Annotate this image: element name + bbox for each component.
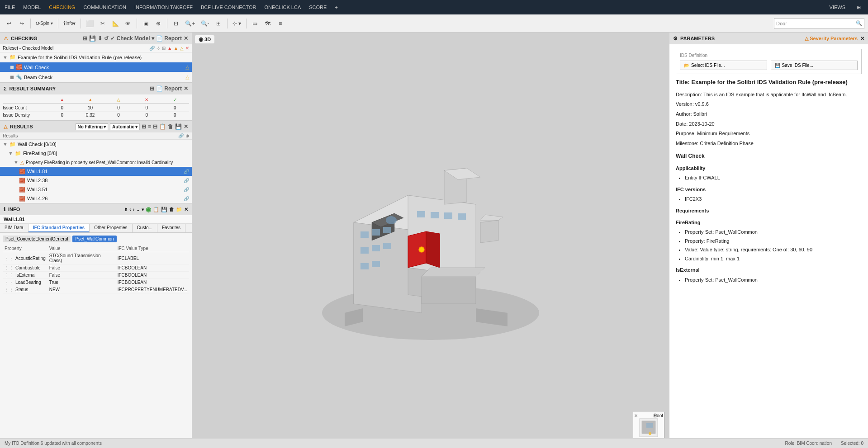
menu-checking[interactable]: CHECKING bbox=[49, 5, 75, 10]
slice-tool[interactable]: ▭ bbox=[250, 17, 261, 30]
tab-custom[interactable]: Custo... bbox=[133, 224, 157, 232]
count-v1: 0 bbox=[48, 105, 76, 110]
result-wall-check[interactable]: ▼ 📁 Wall Check [0/10] bbox=[0, 140, 192, 149]
results-close[interactable]: ✕ bbox=[184, 123, 188, 130]
zoom-out[interactable]: 🔍- bbox=[199, 17, 211, 30]
map-tool[interactable]: 🗺 bbox=[262, 17, 273, 30]
prop-row-loadbearing[interactable]: ⋮⋮LoadBearing True IFCBOOLEAN bbox=[3, 279, 189, 286]
wall-1-81-link[interactable]: 🔗 bbox=[184, 169, 189, 174]
svg-rect-12 bbox=[360, 231, 369, 238]
grid-icon[interactable]: ⊞ bbox=[162, 46, 166, 51]
summary-report[interactable]: 📄 Report bbox=[156, 85, 182, 92]
views-icon[interactable]: ⊞ bbox=[854, 2, 863, 12]
rule-row-ids[interactable]: ▼ 📁 Example for the Solibri IDS Validati… bbox=[0, 52, 192, 62]
spin-btn[interactable]: ⟳ Spin ▾ bbox=[34, 17, 55, 30]
search-icon[interactable]: 🔍 bbox=[856, 20, 862, 26]
section-tool[interactable]: ✂ bbox=[97, 17, 108, 30]
select-ids-btn[interactable]: 📂 Select IDS File... bbox=[680, 61, 767, 70]
snap-tool[interactable]: ⊹ ▾ bbox=[231, 17, 243, 30]
menu-communication[interactable]: COMMUNICATION bbox=[83, 5, 126, 10]
info-nav-menu[interactable]: ▾ bbox=[142, 207, 144, 212]
minimap-close[interactable]: ✕ bbox=[634, 413, 638, 418]
rule-row-wall-check[interactable]: ◼ 🧱 Wall Check △ bbox=[0, 62, 192, 72]
menu-information-takeoff[interactable]: INFORMATION TAKEOFF bbox=[134, 5, 193, 10]
checking-refresh[interactable]: ↺ bbox=[104, 35, 109, 42]
wall-2-38-link[interactable]: 🔗 bbox=[184, 178, 189, 183]
info-nav-up-up[interactable]: ⇑ bbox=[124, 207, 128, 212]
results-copy[interactable]: 📋 bbox=[159, 123, 166, 130]
info-delete[interactable]: 🗑 bbox=[169, 207, 174, 212]
info-copy[interactable]: 📋 bbox=[153, 207, 159, 212]
params-close[interactable]: ✕ bbox=[860, 36, 864, 42]
zoom-in[interactable]: 🔍+ bbox=[183, 17, 197, 30]
tab-favorites[interactable]: Favorites bbox=[157, 224, 185, 232]
info-nav-down[interactable]: ⌄ bbox=[136, 207, 140, 212]
menu-file[interactable]: FILE bbox=[5, 5, 15, 10]
checking-expand[interactable]: ⊞ bbox=[83, 35, 87, 42]
zoom-fit[interactable]: ⊡ bbox=[171, 17, 181, 30]
pset-concrete[interactable]: Pset_ConcreteElementGeneral bbox=[3, 236, 71, 242]
summary-export[interactable]: ⊞ bbox=[150, 85, 154, 92]
section-box[interactable]: ▣ bbox=[140, 17, 151, 30]
checking-save[interactable]: 💾 bbox=[89, 35, 96, 42]
results-tool2[interactable]: ≡ bbox=[148, 123, 151, 130]
walk-tool[interactable]: 👁 bbox=[123, 17, 133, 30]
results-delete[interactable]: 🗑 bbox=[168, 123, 173, 130]
filter-btn[interactable]: No Filtering ▾ bbox=[76, 123, 109, 130]
search-input[interactable] bbox=[774, 21, 856, 26]
zoom-window[interactable]: ⊞ bbox=[213, 17, 224, 30]
undo-btn[interactable]: ↩ bbox=[4, 17, 14, 30]
wall-3-51-link[interactable]: 🔗 bbox=[184, 187, 189, 192]
pset-wallcommon[interactable]: Pset_WallCommon bbox=[72, 236, 116, 242]
info-close[interactable]: ✕ bbox=[184, 207, 188, 212]
result-property-warning[interactable]: ▼ △ Property FireRating in property set … bbox=[0, 158, 192, 167]
filter-icon[interactable]: ⊹ bbox=[157, 46, 160, 51]
checking-download[interactable]: ⬇ bbox=[98, 35, 102, 42]
results-tool3[interactable]: ⊟ bbox=[153, 123, 157, 130]
checking-close[interactable]: ✕ bbox=[184, 35, 188, 42]
menu-oneclick[interactable]: ONECLICK LCA bbox=[265, 5, 301, 10]
tab-bim-data[interactable]: BIM Data bbox=[0, 224, 28, 232]
prop-row-acoustic[interactable]: ⋮⋮AcousticRating STC(Sound Transmission … bbox=[3, 252, 189, 264]
info-save2[interactable]: 📁 bbox=[176, 207, 182, 212]
info-nav-prev[interactable]: ‹ bbox=[129, 207, 131, 212]
results-tool1[interactable]: ⊞ bbox=[142, 123, 146, 130]
results-expand-icon[interactable]: ⊕ bbox=[185, 133, 189, 138]
info-save[interactable]: 💾 bbox=[161, 207, 167, 212]
result-wall-4-26[interactable]: 🧱 Wall.4.26 🔗 bbox=[0, 194, 192, 203]
minimap-expand[interactable]: ⊡ bbox=[653, 413, 657, 418]
info-tool1[interactable]: ◉ bbox=[146, 206, 151, 213]
select-tool[interactable]: ⬜ bbox=[84, 17, 95, 30]
results-save[interactable]: 💾 bbox=[175, 123, 182, 130]
pivot-tool[interactable]: ⊕ bbox=[153, 17, 164, 30]
tab-other-props[interactable]: Other Properties bbox=[90, 224, 132, 232]
summary-close[interactable]: ✕ bbox=[184, 85, 188, 92]
info-btn[interactable]: ℹ Info ▾ bbox=[62, 17, 78, 30]
result-wall-3-51[interactable]: 🧱 Wall.3.51 🔗 bbox=[0, 185, 192, 194]
prop-row-status[interactable]: ⋮⋮Status NEW IFCPROPERTYENUMERATEDV... bbox=[3, 286, 189, 293]
measure-tool[interactable]: 📐 bbox=[110, 17, 121, 30]
rule-row-beam-check[interactable]: ◼ 🔩 Beam Check △ bbox=[0, 72, 192, 82]
link-icon[interactable]: 🔗 bbox=[149, 46, 155, 51]
center-3d-view[interactable]: ◉ 3D bbox=[192, 33, 669, 448]
layers-tool[interactable]: ≡ bbox=[275, 17, 286, 30]
prop-row-external[interactable]: ⋮⋮IsExternal False IFCBOOLEAN bbox=[3, 272, 189, 279]
menu-plus[interactable]: + bbox=[335, 5, 337, 10]
save-ids-btn[interactable]: 💾 Save IDS File... bbox=[771, 61, 858, 70]
result-wall-2-38[interactable]: 🧱 Wall.2.38 🔗 bbox=[0, 176, 192, 185]
menu-score[interactable]: SCORE bbox=[309, 5, 327, 10]
menu-bcf[interactable]: BCF LIVE CONNECTOR bbox=[201, 5, 256, 10]
result-fire-rating[interactable]: ▼ 📁 FireRating [0/8] bbox=[0, 149, 192, 158]
results-link-icon[interactable]: 🔗 bbox=[178, 133, 184, 138]
info-nav-next[interactable]: › bbox=[133, 207, 134, 212]
result-wall-1-81[interactable]: 🧱 Wall.1.81 🔗 bbox=[0, 167, 192, 176]
redo-btn[interactable]: ↪ bbox=[16, 17, 27, 30]
check-model-btn[interactable]: ✓ Check Model ▾ bbox=[110, 35, 154, 42]
menu-model[interactable]: MODEL bbox=[23, 5, 41, 10]
automatic-btn[interactable]: Automatic ▾ bbox=[110, 123, 140, 130]
views-label[interactable]: VIEWS bbox=[830, 5, 845, 10]
prop-row-combustible[interactable]: ⋮⋮Combustible False IFCBOOLEAN bbox=[3, 264, 189, 272]
tab-ifc-standard[interactable]: IFC Standard Properties bbox=[28, 224, 90, 232]
wall-4-26-link[interactable]: 🔗 bbox=[184, 196, 189, 201]
checking-report-btn[interactable]: 📄 Report bbox=[156, 35, 182, 42]
